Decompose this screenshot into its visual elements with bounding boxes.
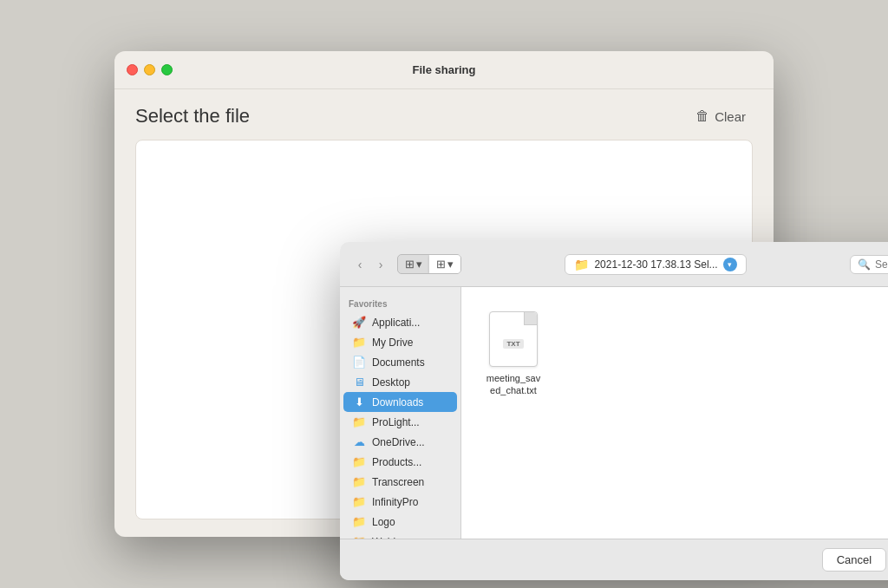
close-button[interactable] <box>127 64 138 75</box>
applications-icon: 🚀 <box>352 316 366 329</box>
list-view-icon: ⊞ <box>405 258 415 271</box>
location-text: 2021-12-30 17.38.13 Sel... <box>594 258 717 271</box>
transcreen-icon: 📁 <box>352 475 366 488</box>
clear-button[interactable]: 🗑 Clear <box>689 105 753 127</box>
main-window: File sharing Select the file 🗑 Clear ‹ ›… <box>114 51 774 537</box>
forward-button[interactable]: › <box>371 255 390 274</box>
dialog-footer: Cancel Open <box>340 539 888 580</box>
location-pill[interactable]: 📁 2021-12-30 17.38.13 Sel... ▾ <box>565 254 746 275</box>
back-button[interactable]: ‹ <box>350 255 369 274</box>
folder-icon: 📁 <box>574 258 589 271</box>
sidebar-item-prolight[interactable]: 📁 ProLight... <box>343 412 457 432</box>
nav-buttons: ‹ › <box>350 255 390 274</box>
sidebar-item-label: Desktop <box>372 376 410 389</box>
location-dropdown[interactable]: ▾ <box>723 258 737 271</box>
list-view-dropdown-icon: ▾ <box>416 258 422 271</box>
toolbar: Select the file 🗑 Clear <box>114 89 774 140</box>
sidebar-item-logo[interactable]: 📁 Logo <box>343 512 457 532</box>
traffic-lights <box>127 64 173 75</box>
minimize-button[interactable] <box>144 64 155 75</box>
sidebar-item-downloads[interactable]: ⬇ Downloads <box>343 392 457 412</box>
title-bar: File sharing <box>114 51 774 89</box>
clear-label: Clear <box>715 109 746 124</box>
sidebar-item-label: Documents <box>372 356 425 369</box>
sidebar-item-onedrive[interactable]: ☁ OneDrive... <box>343 432 457 452</box>
sidebar-item-transcreen[interactable]: 📁 Transcreen <box>343 472 457 492</box>
view-toggle: ⊞ ▾ ⊞ ▾ <box>397 254 461 274</box>
window-title: File sharing <box>413 63 476 76</box>
sidebar-item-label: ProLight... <box>372 416 420 428</box>
trash-icon: 🗑 <box>695 108 709 124</box>
content-area: TXT meeting_saved_chat.txt <box>461 287 888 539</box>
sidebar-item-desktop[interactable]: 🖥 Desktop <box>343 372 457 392</box>
sidebar-item-label: Logo <box>372 516 395 528</box>
dialog-toolbar: ‹ › ⊞ ▾ ⊞ ▾ 📁 2021-12-30 17.38.13 Sel...… <box>340 242 888 287</box>
file-item[interactable]: TXT meeting_saved_chat.txt <box>479 304 548 404</box>
select-label: Select the file <box>135 105 250 127</box>
dialog-body: Favorites 🚀 Applicati... 📁 My Drive 📄 Do… <box>340 287 888 539</box>
sidebar-item-mydrive[interactable]: 📁 My Drive <box>343 332 457 352</box>
file-name: meeting_saved_chat.txt <box>486 372 541 397</box>
sidebar-item-label: Applicati... <box>372 317 420 329</box>
favorites-section-label: Favorites <box>340 294 460 312</box>
downloads-icon: ⬇ <box>352 395 366 408</box>
sidebar-item-label: OneDrive... <box>372 436 425 448</box>
sidebar: Favorites 🚀 Applicati... 📁 My Drive 📄 Do… <box>340 287 461 539</box>
infinitypro-icon: 📁 <box>352 495 366 508</box>
sidebar-item-documents[interactable]: 📄 Documents <box>343 352 457 372</box>
sidebar-item-label: Downloads <box>372 396 423 408</box>
desktop-icon: 🖥 <box>352 376 366 389</box>
search-bar[interactable]: 🔍 <box>850 255 888 274</box>
prolight-icon: 📁 <box>352 415 366 428</box>
grid-view-icon: ⊞ <box>436 258 446 271</box>
documents-icon: 📄 <box>352 356 366 369</box>
sidebar-item-label: InfinityPro <box>372 496 418 508</box>
file-grid: TXT meeting_saved_chat.txt <box>479 304 888 404</box>
search-input[interactable] <box>875 258 888 271</box>
sidebar-item-webinar[interactable]: 📁 Webinar <box>343 532 457 539</box>
sidebar-item-label: Products... <box>372 456 421 468</box>
txt-file-icon: TXT <box>489 311 538 367</box>
sidebar-item-applications[interactable]: 🚀 Applicati... <box>343 312 457 332</box>
txt-badge: TXT <box>503 339 523 349</box>
sidebar-item-infinitypro[interactable]: 📁 InfinityPro <box>343 492 457 512</box>
sidebar-item-products[interactable]: 📁 Products... <box>343 452 457 472</box>
search-icon: 🔍 <box>858 258 871 271</box>
onedrive-icon: ☁ <box>352 435 366 448</box>
grid-view-button[interactable]: ⊞ ▾ <box>429 255 460 273</box>
sidebar-item-label: Transcreen <box>372 476 424 488</box>
list-view-button[interactable]: ⊞ ▾ <box>398 255 429 273</box>
grid-view-dropdown-icon: ▾ <box>447 258 454 271</box>
fullscreen-button[interactable] <box>161 64 173 75</box>
file-dialog: ‹ › ⊞ ▾ ⊞ ▾ 📁 2021-12-30 17.38.13 Sel...… <box>340 242 888 580</box>
products-icon: 📁 <box>352 455 366 468</box>
location-bar: 📁 2021-12-30 17.38.13 Sel... ▾ <box>468 254 843 275</box>
sidebar-item-label: My Drive <box>372 336 413 349</box>
file-icon-wrapper: TXT <box>489 311 538 367</box>
cancel-button[interactable]: Cancel <box>822 548 886 572</box>
logo-icon: 📁 <box>352 515 366 528</box>
mydrive-icon: 📁 <box>352 336 366 349</box>
